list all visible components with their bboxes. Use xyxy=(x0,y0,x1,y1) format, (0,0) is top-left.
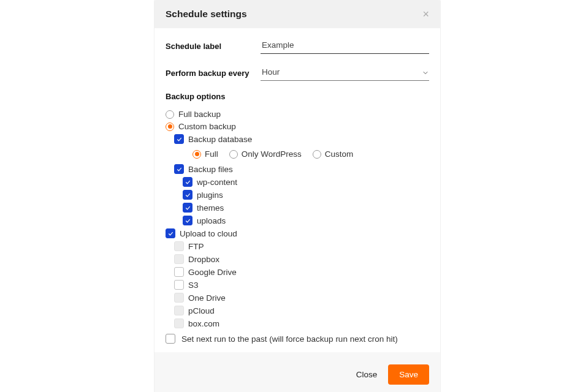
cloud-provider-1-option[interactable]: Dropbox xyxy=(174,254,429,264)
db-scope-full-label: Full xyxy=(205,149,218,159)
perform-backup-value: Hour xyxy=(262,67,280,77)
backup-file-1-checkbox[interactable] xyxy=(183,190,192,200)
cloud-provider-3-label: S3 xyxy=(188,281,199,290)
save-button[interactable]: Save xyxy=(388,364,429,385)
cloud-provider-4-label: One Drive xyxy=(188,293,226,303)
set-past-run-checkbox[interactable] xyxy=(166,334,175,344)
db-scope-custom-label: Custom xyxy=(325,149,354,159)
backup-file-0-option[interactable]: wp-content xyxy=(183,177,429,187)
backup-options-title: Backup options xyxy=(166,92,429,101)
close-icon[interactable]: × xyxy=(422,9,429,20)
cloud-provider-0-checkbox xyxy=(174,241,184,251)
db-scope-custom-option[interactable]: Custom xyxy=(313,149,354,159)
backup-file-3-option[interactable]: uploads xyxy=(183,216,429,225)
db-scope-onlywp-radio[interactable] xyxy=(229,150,238,159)
cloud-provider-3-checkbox[interactable] xyxy=(174,280,184,290)
backup-files-label: Backup files xyxy=(188,165,233,174)
backup-file-0-label: wp-content xyxy=(197,178,237,187)
cloud-provider-2-option[interactable]: Google Drive xyxy=(174,267,429,277)
perform-backup-row: Perform backup every Hour xyxy=(166,65,429,81)
backup-files-list: wp-contentpluginsthemesuploads xyxy=(174,177,429,225)
backup-database-label: Backup database xyxy=(188,135,252,144)
cloud-provider-6-checkbox xyxy=(174,318,184,328)
cloud-provider-6-option[interactable]: box.com xyxy=(174,318,429,328)
cloud-provider-2-label: Google Drive xyxy=(188,268,237,277)
cloud-provider-2-checkbox[interactable] xyxy=(174,267,184,277)
schedule-label-caption: Schedule label xyxy=(166,42,261,51)
cloud-provider-5-label: pCloud xyxy=(188,306,215,315)
db-scope-onlywp-label: Only WordPress xyxy=(242,149,302,159)
modal-header: Schedule settings × xyxy=(154,0,440,28)
cloud-provider-1-checkbox xyxy=(174,254,184,264)
cloud-provider-5-option[interactable]: pCloud xyxy=(174,306,429,315)
schedule-label-row: Schedule label xyxy=(166,38,429,54)
db-scope-custom-radio[interactable] xyxy=(313,150,321,159)
modal-footer: Close Save xyxy=(154,352,440,392)
backup-database-checkbox[interactable] xyxy=(174,134,184,144)
custom-backup-radio[interactable] xyxy=(166,123,174,131)
backup-file-2-option[interactable]: themes xyxy=(183,203,429,213)
backup-file-0-checkbox[interactable] xyxy=(183,177,192,187)
chevron-down-icon xyxy=(422,69,428,75)
upload-cloud-label: Upload to cloud xyxy=(180,229,237,238)
cloud-provider-0-label: FTP xyxy=(188,242,204,251)
perform-backup-select[interactable]: Hour xyxy=(261,65,429,81)
full-backup-radio[interactable] xyxy=(166,110,174,119)
database-scope-row: Full Only WordPress Custom xyxy=(174,147,429,161)
custom-backup-label: Custom backup xyxy=(178,122,236,131)
backup-file-1-option[interactable]: plugins xyxy=(183,190,429,200)
modal-title: Schedule settings xyxy=(166,9,247,20)
cloud-provider-0-option[interactable]: FTP xyxy=(174,241,429,251)
full-backup-label: Full backup xyxy=(178,110,221,119)
cloud-provider-4-checkbox xyxy=(174,293,184,303)
db-scope-onlywp-option[interactable]: Only WordPress xyxy=(229,149,302,159)
close-button[interactable]: Close xyxy=(356,370,378,379)
backup-file-2-label: themes xyxy=(197,203,224,213)
backup-files-checkbox[interactable] xyxy=(174,164,184,174)
perform-backup-caption: Perform backup every xyxy=(166,69,261,78)
db-scope-full-option[interactable]: Full xyxy=(192,149,218,159)
backup-file-1-label: plugins xyxy=(197,190,223,200)
set-past-run-label: Set next run to the past (will force bac… xyxy=(181,334,398,344)
backup-file-3-checkbox[interactable] xyxy=(183,216,192,225)
cloud-provider-5-checkbox xyxy=(174,306,184,315)
backup-file-3-label: uploads xyxy=(197,216,226,225)
cloud-providers-list: FTPDropboxGoogle DriveS3One DrivepCloudb… xyxy=(166,241,429,328)
custom-backup-option[interactable]: Custom backup xyxy=(166,122,429,131)
cloud-provider-6-label: box.com xyxy=(188,319,219,328)
schedule-settings-modal: Schedule settings × Schedule label Perfo… xyxy=(154,0,440,392)
backup-database-option[interactable]: Backup database xyxy=(174,134,429,144)
cloud-provider-3-option[interactable]: S3 xyxy=(174,280,429,290)
backup-files-option[interactable]: Backup files xyxy=(174,164,429,174)
modal-body: Schedule label Perform backup every Hour… xyxy=(154,28,440,344)
cloud-provider-1-label: Dropbox xyxy=(188,255,219,264)
upload-cloud-option[interactable]: Upload to cloud xyxy=(166,228,429,238)
set-past-run-option[interactable]: Set next run to the past (will force bac… xyxy=(166,334,429,344)
db-scope-full-radio[interactable] xyxy=(192,150,201,159)
upload-cloud-checkbox[interactable] xyxy=(166,228,175,238)
backup-file-2-checkbox[interactable] xyxy=(183,203,192,213)
cloud-provider-4-option[interactable]: One Drive xyxy=(174,293,429,303)
full-backup-option[interactable]: Full backup xyxy=(166,110,429,119)
schedule-label-input[interactable] xyxy=(261,38,429,54)
